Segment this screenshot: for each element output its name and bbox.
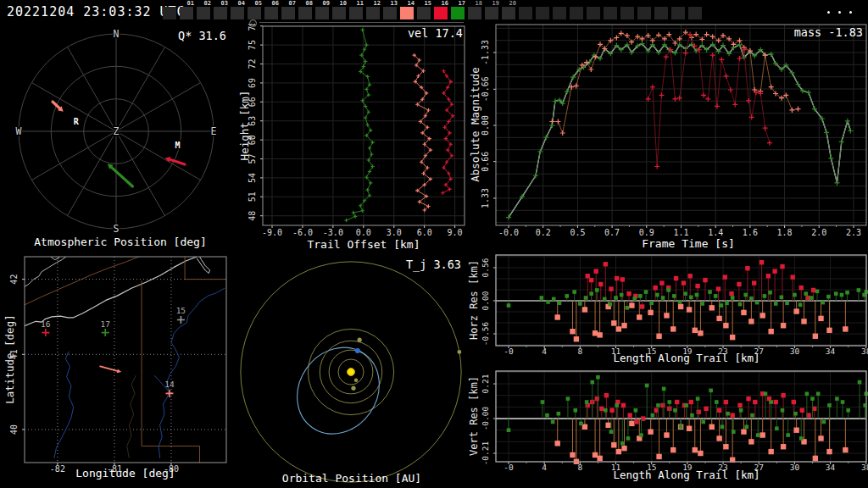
station-toggle-label: 20 [499,0,516,7]
svg-text:34: 34 [826,463,836,472]
station-toggle-09[interactable] [315,7,329,19]
svg-text:R: R [74,117,80,126]
station-toggle-blank-21[interactable] [519,7,532,19]
latitude-ylabel: Latitude [deg] [3,314,16,403]
mass-value: mass -1.83 [794,25,863,39]
station-toggle-label: 09 [313,0,330,7]
svg-text:1.1: 1.1 [673,228,688,237]
height-ylabel: Height [km] [238,91,251,161]
station-toggle-label: 16 [431,0,448,7]
station-toggle-label: 14 [398,0,415,7]
svg-text:15: 15 [176,306,186,315]
svg-text:-3.0: -3.0 [323,228,343,237]
svg-text:W: W [16,125,22,137]
station-toggle-label: 03 [211,0,228,7]
more-options-button[interactable] [827,9,856,16]
svg-text:0.00: 0.00 [481,291,490,310]
svg-text:9.0: 9.0 [448,228,463,237]
svg-text:6.0: 6.0 [417,228,432,237]
station-toggle-blank-0[interactable] [163,7,176,19]
station-toggle-blank-29[interactable] [654,7,668,19]
svg-text:30: 30 [790,463,800,472]
station-toggle-16[interactable] [434,7,448,19]
station-toggle-label: 18 [465,0,482,7]
panel-atmospheric-position: NSWEZRM Q* 31.6 Atmospheric Position [de… [0,24,237,252]
length-along-trail-xlabel: Length Along Trail [km] [613,352,760,364]
longitude-xlabel: Longitude [deg] [75,467,175,480]
station-toggle-01[interactable] [180,7,193,19]
station-toggle-08[interactable] [298,7,312,19]
station-toggle-blank-31[interactable] [688,7,702,19]
trail-offset-plot: -9.0-6.0-3.00.03.06.09.04851545760636669… [237,24,466,252]
station-toggle-17[interactable] [451,7,465,19]
svg-text:4: 4 [542,347,547,356]
trail-offset-xlabel: Trail Offset [km] [307,238,420,251]
station-toggle-blank-27[interactable] [620,7,634,19]
station-toggle-07[interactable] [281,7,295,19]
svg-text:M: M [175,141,180,150]
station-toggle-label: 12 [364,0,381,7]
station-toggle-19[interactable] [485,7,498,19]
station-toggle-15[interactable] [417,7,431,19]
svg-text:75: 75 [248,40,257,50]
svg-text:S: S [114,223,120,235]
svg-text:-0.21: -0.21 [481,441,490,465]
svg-text:1.8: 1.8 [777,228,793,237]
station-toggle-blank-24[interactable] [570,7,583,19]
station-toggle-label: 06 [262,0,279,7]
station-toggle-02[interactable] [197,7,210,19]
station-toggle-label: 05 [245,0,262,7]
station-toggle-12[interactable] [366,7,380,19]
svg-text:0.56: 0.56 [481,258,490,277]
svg-text:17: 17 [100,319,109,329]
panel-light-curve: -0.00.20.50.70.91.11.41.61.82.02.3-1.33-… [466,24,868,252]
absolute-magnitude-ylabel: Absolute Magnitude [469,67,481,181]
svg-text:0.21: 0.21 [481,374,490,393]
station-toggle-blank-28[interactable] [637,7,651,19]
station-toggle-10[interactable] [332,7,346,19]
station-toggle-03[interactable] [214,7,227,19]
horz-res-ylabel: Horz Res [km] [468,260,480,340]
svg-text:3.0: 3.0 [387,228,402,237]
panel-ground-map: 14151617-82-81-80404142 Longitude [deg] … [0,252,237,488]
station-toggle-label: 07 [279,0,296,7]
svg-text:-0.00: -0.00 [481,406,490,430]
station-toggle-blank-30[interactable] [671,7,685,19]
panel-trail-offset: -9.0-6.0-3.00.03.06.09.04851545760636669… [237,24,466,252]
orbital-position-plot [237,252,466,488]
station-toggle-11[interactable] [349,7,363,19]
station-toggle-13[interactable] [383,7,397,19]
svg-text:48: 48 [248,211,257,221]
svg-text:34: 34 [826,347,836,356]
station-toggle-20[interactable] [502,7,515,19]
station-toggle-blank-25[interactable] [587,7,600,19]
svg-text:16: 16 [41,319,51,329]
atmospheric-position-plot: NSWEZRM [0,24,237,252]
svg-text:38: 38 [861,347,868,356]
svg-text:69: 69 [248,78,257,88]
station-toggle-05[interactable] [248,7,261,19]
station-toggle-14[interactable] [400,7,414,19]
scrubber-track[interactable] [259,22,464,23]
panel-vertical-residuals: -04811151923273034380.21-0.00-0.21 Lengt… [466,370,868,488]
light-curve-plot: -0.00.20.50.70.91.11.41.61.82.02.3-1.33-… [466,24,868,252]
svg-text:-82: -82 [50,464,65,474]
svg-text:51: 51 [248,191,257,202]
station-toggle-06[interactable] [264,7,278,19]
svg-text:42: 42 [9,274,19,285]
panel-orbital-position: T_j 3.63 Orbital Position [AU] [237,252,466,488]
station-toggle-label: 15 [415,0,431,7]
station-toggle-label: 02 [194,0,211,7]
station-toggle-blank-22[interactable] [536,7,549,19]
station-toggle-blank-23[interactable] [553,7,566,19]
svg-text:-0.66: -0.66 [481,76,490,102]
station-toggle-18[interactable] [468,7,481,19]
station-toggle-label: 04 [228,0,245,7]
station-toggle-label: 10 [330,0,347,7]
ellipsis-dot-icon [827,11,830,14]
svg-text:0.0: 0.0 [356,228,371,237]
station-toggle-label: 19 [482,0,499,7]
station-toggle-04[interactable] [231,7,244,19]
svg-text:40: 40 [9,424,19,435]
station-toggle-blank-26[interactable] [604,7,617,19]
